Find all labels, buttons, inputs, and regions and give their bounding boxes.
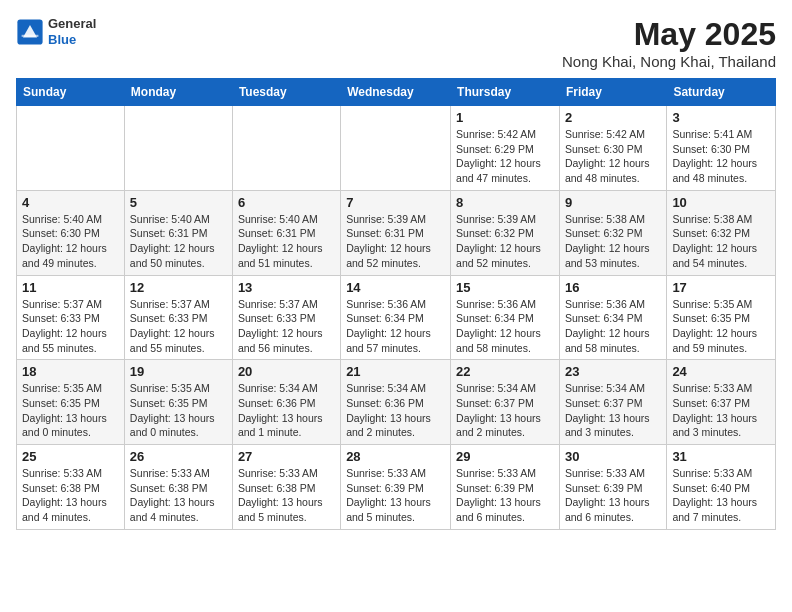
day-number: 27: [238, 449, 335, 464]
calendar-cell: 8Sunrise: 5:39 AM Sunset: 6:32 PM Daylig…: [451, 190, 560, 275]
calendar-cell: 12Sunrise: 5:37 AM Sunset: 6:33 PM Dayli…: [124, 275, 232, 360]
location: Nong Khai, Nong Khai, Thailand: [562, 53, 776, 70]
day-number: 5: [130, 195, 227, 210]
day-number: 10: [672, 195, 770, 210]
calendar-cell: 13Sunrise: 5:37 AM Sunset: 6:33 PM Dayli…: [232, 275, 340, 360]
calendar-cell: [232, 106, 340, 191]
day-number: 16: [565, 280, 661, 295]
day-number: 14: [346, 280, 445, 295]
day-number: 20: [238, 364, 335, 379]
day-info: Sunrise: 5:40 AM Sunset: 6:31 PM Dayligh…: [238, 212, 335, 271]
weekday-row: SundayMondayTuesdayWednesdayThursdayFrid…: [17, 79, 776, 106]
day-info: Sunrise: 5:37 AM Sunset: 6:33 PM Dayligh…: [22, 297, 119, 356]
calendar-body: 1Sunrise: 5:42 AM Sunset: 6:29 PM Daylig…: [17, 106, 776, 530]
day-number: 2: [565, 110, 661, 125]
day-number: 26: [130, 449, 227, 464]
calendar-cell: 27Sunrise: 5:33 AM Sunset: 6:38 PM Dayli…: [232, 445, 340, 530]
calendar-cell: 16Sunrise: 5:36 AM Sunset: 6:34 PM Dayli…: [559, 275, 666, 360]
calendar-cell: 22Sunrise: 5:34 AM Sunset: 6:37 PM Dayli…: [451, 360, 560, 445]
day-number: 25: [22, 449, 119, 464]
calendar-cell: 10Sunrise: 5:38 AM Sunset: 6:32 PM Dayli…: [667, 190, 776, 275]
day-info: Sunrise: 5:42 AM Sunset: 6:29 PM Dayligh…: [456, 127, 554, 186]
calendar-cell: 19Sunrise: 5:35 AM Sunset: 6:35 PM Dayli…: [124, 360, 232, 445]
day-number: 9: [565, 195, 661, 210]
weekday-header: Saturday: [667, 79, 776, 106]
calendar-cell: 17Sunrise: 5:35 AM Sunset: 6:35 PM Dayli…: [667, 275, 776, 360]
day-info: Sunrise: 5:33 AM Sunset: 6:38 PM Dayligh…: [22, 466, 119, 525]
calendar-cell: 7Sunrise: 5:39 AM Sunset: 6:31 PM Daylig…: [341, 190, 451, 275]
day-info: Sunrise: 5:34 AM Sunset: 6:36 PM Dayligh…: [346, 381, 445, 440]
day-number: 7: [346, 195, 445, 210]
calendar-week-row: 18Sunrise: 5:35 AM Sunset: 6:35 PM Dayli…: [17, 360, 776, 445]
calendar-week-row: 11Sunrise: 5:37 AM Sunset: 6:33 PM Dayli…: [17, 275, 776, 360]
day-info: Sunrise: 5:38 AM Sunset: 6:32 PM Dayligh…: [565, 212, 661, 271]
page-header: General Blue May 2025 Nong Khai, Nong Kh…: [16, 16, 776, 70]
svg-rect-2: [22, 34, 39, 36]
day-info: Sunrise: 5:36 AM Sunset: 6:34 PM Dayligh…: [565, 297, 661, 356]
day-number: 13: [238, 280, 335, 295]
day-info: Sunrise: 5:38 AM Sunset: 6:32 PM Dayligh…: [672, 212, 770, 271]
calendar-header: SundayMondayTuesdayWednesdayThursdayFrid…: [17, 79, 776, 106]
day-info: Sunrise: 5:40 AM Sunset: 6:30 PM Dayligh…: [22, 212, 119, 271]
weekday-header: Friday: [559, 79, 666, 106]
calendar-cell: 2Sunrise: 5:42 AM Sunset: 6:30 PM Daylig…: [559, 106, 666, 191]
calendar-cell: 15Sunrise: 5:36 AM Sunset: 6:34 PM Dayli…: [451, 275, 560, 360]
calendar-cell: 28Sunrise: 5:33 AM Sunset: 6:39 PM Dayli…: [341, 445, 451, 530]
day-info: Sunrise: 5:33 AM Sunset: 6:40 PM Dayligh…: [672, 466, 770, 525]
calendar-cell: 24Sunrise: 5:33 AM Sunset: 6:37 PM Dayli…: [667, 360, 776, 445]
calendar-cell: 23Sunrise: 5:34 AM Sunset: 6:37 PM Dayli…: [559, 360, 666, 445]
day-number: 8: [456, 195, 554, 210]
logo: General Blue: [16, 16, 96, 47]
logo-general: General: [48, 16, 96, 32]
calendar-cell: 29Sunrise: 5:33 AM Sunset: 6:39 PM Dayli…: [451, 445, 560, 530]
day-info: Sunrise: 5:41 AM Sunset: 6:30 PM Dayligh…: [672, 127, 770, 186]
day-number: 22: [456, 364, 554, 379]
calendar-week-row: 1Sunrise: 5:42 AM Sunset: 6:29 PM Daylig…: [17, 106, 776, 191]
logo-blue: Blue: [48, 32, 96, 48]
day-number: 19: [130, 364, 227, 379]
day-info: Sunrise: 5:35 AM Sunset: 6:35 PM Dayligh…: [672, 297, 770, 356]
calendar-cell: 1Sunrise: 5:42 AM Sunset: 6:29 PM Daylig…: [451, 106, 560, 191]
logo-icon: [16, 18, 44, 46]
day-info: Sunrise: 5:33 AM Sunset: 6:39 PM Dayligh…: [565, 466, 661, 525]
month-title: May 2025: [562, 16, 776, 53]
weekday-header: Sunday: [17, 79, 125, 106]
calendar-cell: 30Sunrise: 5:33 AM Sunset: 6:39 PM Dayli…: [559, 445, 666, 530]
day-number: 12: [130, 280, 227, 295]
weekday-header: Wednesday: [341, 79, 451, 106]
weekday-header: Thursday: [451, 79, 560, 106]
day-info: Sunrise: 5:36 AM Sunset: 6:34 PM Dayligh…: [456, 297, 554, 356]
day-number: 30: [565, 449, 661, 464]
day-number: 4: [22, 195, 119, 210]
day-info: Sunrise: 5:33 AM Sunset: 6:38 PM Dayligh…: [238, 466, 335, 525]
day-number: 11: [22, 280, 119, 295]
calendar-cell: 21Sunrise: 5:34 AM Sunset: 6:36 PM Dayli…: [341, 360, 451, 445]
calendar-cell: 11Sunrise: 5:37 AM Sunset: 6:33 PM Dayli…: [17, 275, 125, 360]
title-section: May 2025 Nong Khai, Nong Khai, Thailand: [562, 16, 776, 70]
day-info: Sunrise: 5:34 AM Sunset: 6:36 PM Dayligh…: [238, 381, 335, 440]
calendar-cell: 20Sunrise: 5:34 AM Sunset: 6:36 PM Dayli…: [232, 360, 340, 445]
day-number: 17: [672, 280, 770, 295]
calendar-cell: 4Sunrise: 5:40 AM Sunset: 6:30 PM Daylig…: [17, 190, 125, 275]
day-info: Sunrise: 5:34 AM Sunset: 6:37 PM Dayligh…: [456, 381, 554, 440]
day-number: 3: [672, 110, 770, 125]
logo-text: General Blue: [48, 16, 96, 47]
calendar-cell: 5Sunrise: 5:40 AM Sunset: 6:31 PM Daylig…: [124, 190, 232, 275]
day-info: Sunrise: 5:33 AM Sunset: 6:38 PM Dayligh…: [130, 466, 227, 525]
day-info: Sunrise: 5:35 AM Sunset: 6:35 PM Dayligh…: [130, 381, 227, 440]
calendar-week-row: 4Sunrise: 5:40 AM Sunset: 6:30 PM Daylig…: [17, 190, 776, 275]
calendar-table: SundayMondayTuesdayWednesdayThursdayFrid…: [16, 78, 776, 530]
day-info: Sunrise: 5:42 AM Sunset: 6:30 PM Dayligh…: [565, 127, 661, 186]
day-info: Sunrise: 5:33 AM Sunset: 6:37 PM Dayligh…: [672, 381, 770, 440]
day-info: Sunrise: 5:37 AM Sunset: 6:33 PM Dayligh…: [238, 297, 335, 356]
day-info: Sunrise: 5:39 AM Sunset: 6:32 PM Dayligh…: [456, 212, 554, 271]
calendar-week-row: 25Sunrise: 5:33 AM Sunset: 6:38 PM Dayli…: [17, 445, 776, 530]
day-number: 1: [456, 110, 554, 125]
calendar-cell: 9Sunrise: 5:38 AM Sunset: 6:32 PM Daylig…: [559, 190, 666, 275]
calendar-cell: 3Sunrise: 5:41 AM Sunset: 6:30 PM Daylig…: [667, 106, 776, 191]
day-info: Sunrise: 5:37 AM Sunset: 6:33 PM Dayligh…: [130, 297, 227, 356]
day-number: 23: [565, 364, 661, 379]
day-info: Sunrise: 5:34 AM Sunset: 6:37 PM Dayligh…: [565, 381, 661, 440]
day-number: 15: [456, 280, 554, 295]
calendar-cell: 18Sunrise: 5:35 AM Sunset: 6:35 PM Dayli…: [17, 360, 125, 445]
